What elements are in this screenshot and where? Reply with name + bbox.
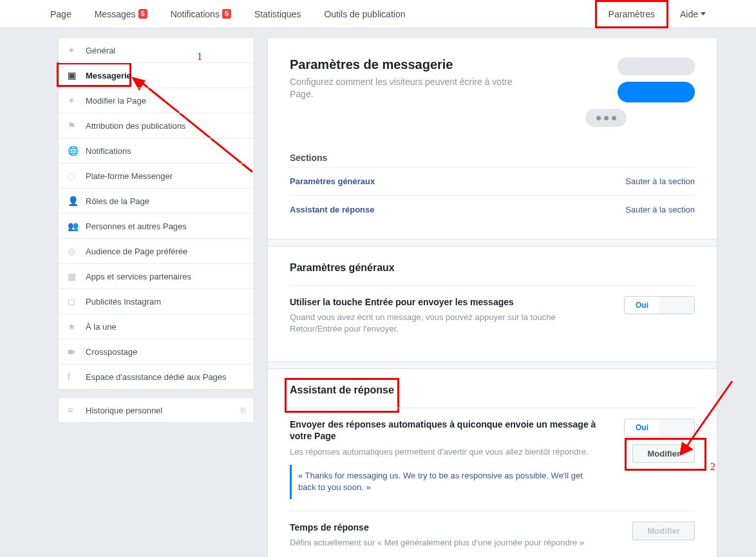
sidebar-item-label: Plate-forme Messenger: [86, 171, 173, 181]
exit-icon: ⎘: [241, 406, 246, 415]
bubble-gray: [618, 57, 695, 75]
setting-title: Temps de réponse: [290, 522, 607, 533]
sidebar: 1 ✶Général ▣Messagerie ✶Modifier la Page…: [58, 37, 254, 431]
toggle-off[interactable]: [659, 419, 694, 436]
sidebar-item-personnes[interactable]: 👥Personnes et autres Pages: [59, 214, 254, 239]
sidebar-item-label: À la une: [86, 322, 117, 332]
block-title-general: Paramètres généraux: [290, 262, 395, 274]
block-title-assistant: Assistant de réponse: [290, 384, 394, 396]
top-nav: Page Messages 5 Notifications 5 Statisti…: [0, 0, 756, 28]
sidebar-item-instagram[interactable]: ◻Publicités Instagram: [59, 289, 254, 314]
page-title: Paramètres de messagerie: [290, 57, 566, 72]
nav-parametres[interactable]: Paramètres: [595, 0, 668, 28]
nav-label: Aide: [680, 9, 698, 19]
sidebar-item-audience[interactable]: ◎Audience de Page préférée: [59, 239, 254, 264]
sidebar-item-historique[interactable]: ≡ Historique personnel ⎘: [59, 398, 254, 422]
sidebar-item-label: Personnes et autres Pages: [86, 222, 187, 231]
toggle-on[interactable]: Oui: [625, 297, 659, 314]
setting-auto-reply: Envoyer des réponses automatiques à quic…: [290, 408, 695, 510]
sidebar-item-roles[interactable]: 👤Rôles de la Page: [59, 189, 254, 214]
sidebar-item-messenger[interactable]: ◌Plate-forme Messenger: [59, 164, 254, 189]
person-icon: 👤: [68, 196, 80, 206]
box-icon: ▦: [68, 271, 80, 281]
messenger-icon: ◌: [68, 171, 80, 181]
sidebar-group-history: ≡ Historique personnel ⎘: [58, 397, 254, 423]
sidebar-item-alaune[interactable]: ★À la une: [59, 314, 254, 339]
people-icon: 👥: [68, 221, 80, 231]
nav-notifications[interactable]: Notifications 5: [159, 0, 243, 28]
page-description: Configurez comment les visiteurs peuvent…: [290, 76, 534, 100]
section-row: Paramètres généraux Sauter à la section: [290, 167, 695, 195]
sidebar-item-label: Historique personnel: [86, 406, 162, 415]
nav-messages[interactable]: Messages 5: [83, 0, 159, 28]
annotation-number-2: 2: [710, 461, 715, 473]
sidebar-item-label: Modifier la Page: [86, 96, 146, 106]
sidebar-item-label: Rôles de la Page: [86, 196, 149, 206]
divider: [268, 239, 717, 247]
nav-label: Page: [50, 9, 71, 19]
skip-link[interactable]: Sauter à la section: [625, 176, 695, 186]
fb-icon: f: [68, 372, 80, 382]
sidebar-group-settings: 1 ✶Général ▣Messagerie ✶Modifier la Page…: [58, 37, 254, 390]
nav-page[interactable]: Page: [39, 0, 83, 28]
sidebar-item-label: Général: [86, 46, 115, 55]
sidebar-item-label: Crosspostage: [86, 347, 137, 357]
auto-reply-preview: « Thanks for messaging us. We try to be …: [290, 465, 607, 498]
badge: 5: [222, 9, 231, 18]
skip-link[interactable]: Sauter à la section: [625, 205, 695, 214]
list-icon: ≡: [68, 405, 80, 415]
nav-aide[interactable]: Aide: [668, 0, 717, 28]
auto-reply-text: « Thanks for messaging us. We try to be …: [298, 471, 583, 492]
bubble-blue: [618, 82, 695, 102]
nav-outils[interactable]: Outils de publication: [312, 0, 417, 28]
sidebar-item-label: Espace d'assistance dédié aux Pages: [86, 372, 227, 382]
sidebar-item-crosspost[interactable]: ■▸Crosspostage: [59, 339, 254, 364]
nav-label: Outils de publication: [324, 9, 405, 19]
divider: [268, 361, 717, 369]
setting-desc: Quand vous avez écrit un message, vous p…: [290, 312, 607, 334]
sidebar-item-general[interactable]: ✶Général: [59, 38, 254, 63]
toggle-auto-reply[interactable]: Oui: [624, 419, 695, 437]
chat-icon: ▣: [68, 70, 80, 80]
page-header: Paramètres de messagerie Configurez comm…: [290, 57, 695, 133]
toggle-on[interactable]: Oui: [625, 419, 659, 436]
main-panel: Paramètres de messagerie Configurez comm…: [267, 37, 717, 557]
setting-title: Envoyer des réponses automatiques à quic…: [290, 419, 607, 442]
toggle-enter-send[interactable]: Oui: [624, 296, 695, 314]
flag-icon: ⚑: [68, 120, 80, 131]
sidebar-item-label: Notifications: [86, 146, 131, 156]
gear-icon: ✶: [68, 45, 80, 55]
sidebar-item-label: Messagerie: [86, 71, 131, 80]
setting-desc: Les réponses automatiques permettent d'a…: [290, 446, 607, 458]
block-assistant: Assistant de réponse Envoyer des réponse…: [290, 369, 695, 557]
chat-illustration: [579, 57, 695, 133]
sidebar-item-messagerie[interactable]: ▣Messagerie: [59, 63, 254, 88]
sidebar-item-notifications[interactable]: 🌐Notifications: [59, 138, 254, 164]
modify-button[interactable]: Modifier: [632, 444, 695, 463]
sidebar-item-label: Apps et services partenaires: [86, 272, 191, 281]
sidebar-item-apps[interactable]: ▦Apps et services partenaires: [59, 264, 254, 289]
sidebar-item-label: Publicités Instagram: [86, 297, 161, 307]
chevron-down-icon: [701, 12, 706, 15]
setting-desc: Défini actuellement sur « Met généraleme…: [290, 537, 607, 549]
sidebar-item-assistance[interactable]: fEspace d'assistance dédié aux Pages: [59, 364, 254, 389]
sidebar-item-label: Audience de Page préférée: [86, 247, 187, 256]
nav-statistiques[interactable]: Statistiques: [243, 0, 312, 28]
gear-icon: ✶: [68, 95, 80, 106]
block-general: Paramètres généraux Utiliser la touche E…: [290, 247, 695, 346]
sidebar-item-attribution[interactable]: ⚑Attribution des publications: [59, 113, 254, 138]
sidebar-item-modifier-page[interactable]: ✶Modifier la Page: [59, 88, 254, 113]
modify-button-disabled[interactable]: Modifier: [632, 522, 695, 540]
sidebar-item-label: Attribution des publications: [86, 121, 185, 131]
target-icon: ◎: [68, 246, 80, 256]
section-link-general[interactable]: Paramètres généraux: [290, 176, 375, 186]
svg-line-2: [685, 381, 732, 449]
sections-heading: Sections: [290, 153, 695, 163]
nav-label: Messages: [95, 9, 136, 19]
section-link-assistant[interactable]: Assistant de réponse: [290, 205, 375, 214]
setting-title: Utiliser la touche Entrée pour envoyer l…: [290, 296, 607, 308]
toggle-off[interactable]: [659, 297, 694, 314]
badge: 5: [138, 9, 147, 18]
setting-response-time: Temps de réponse Défini actuellement sur…: [290, 511, 695, 557]
nav-label: Notifications: [171, 9, 220, 19]
